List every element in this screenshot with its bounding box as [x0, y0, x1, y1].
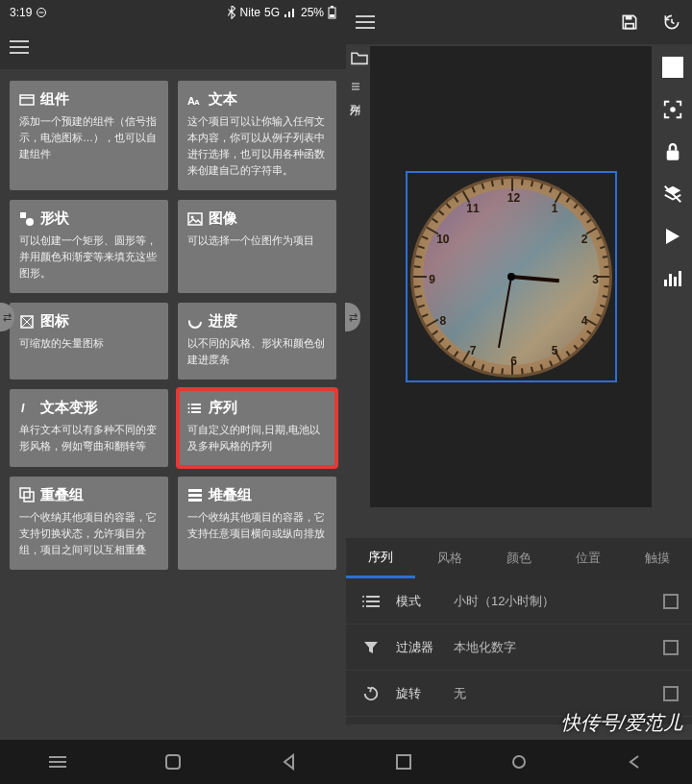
nav-menu-icon[interactable] — [47, 751, 68, 772]
svg-rect-34 — [626, 15, 632, 19]
clock-numeral: 1 — [552, 202, 558, 215]
color-swatch-icon[interactable] — [661, 56, 684, 79]
setting-value: 无 — [454, 685, 663, 702]
clock-numeral: 4 — [581, 314, 588, 328]
svg-rect-32 — [166, 755, 180, 769]
svg-rect-9 — [20, 212, 26, 218]
clock-numeral: 12 — [507, 191, 520, 205]
card-shape[interactable]: 形状 可以创建一个矩形、圆形等，并用颜色和渐变等来填充这些图形。 — [10, 200, 168, 293]
svg-point-52 — [513, 756, 525, 768]
status-net: Nite — [240, 6, 260, 19]
tab-sequence[interactable]: 序列 — [346, 538, 415, 578]
menu-icon[interactable] — [10, 40, 29, 54]
nav-back-icon[interactable] — [624, 751, 645, 772]
layers-off-icon[interactable] — [661, 183, 684, 206]
nav-home-icon[interactable] — [162, 751, 184, 772]
filter-icon — [359, 640, 383, 655]
card-title-text: 图标 — [40, 312, 69, 331]
side-sequence-tab[interactable]: 序列 — [346, 79, 365, 98]
svg-rect-39 — [667, 150, 680, 159]
svg-rect-25 — [24, 492, 34, 502]
watermark: 快传号/爱范儿 — [561, 710, 682, 736]
clock-numeral: 10 — [436, 233, 449, 246]
card-desc-text: 一个收纳其他项目的容器，它支持任意项目横向或纵向排放 — [187, 509, 327, 542]
nav-home-icon[interactable] — [508, 751, 530, 772]
card-desc-text: 可自定义的时间,日期,电池以及多种风格的序列 — [187, 422, 327, 454]
titlebar-left — [0, 25, 346, 69]
nav-recent-icon[interactable] — [393, 751, 414, 772]
checkbox[interactable] — [663, 686, 679, 701]
menu-icon[interactable] — [356, 15, 375, 29]
tab-color[interactable]: 颜色 — [484, 538, 554, 578]
progress-icon — [187, 314, 203, 330]
image-icon — [187, 211, 203, 227]
canvas[interactable]: 121234567891011 — [370, 46, 652, 507]
rotate-icon — [359, 685, 383, 702]
analog-clock[interactable]: 121234567891011 — [410, 176, 612, 378]
setting-filter[interactable]: 过滤器 本地化数字 — [346, 625, 692, 671]
status-bar: 3:19 Nite 5G 25% — [0, 0, 346, 25]
card-overlap[interactable]: 重叠组 一个收纳其他项目的容器，它支持切换状态，允许项目分组，项目之间可以互相重… — [10, 477, 168, 570]
card-desc-text: 可以创建一个矩形、圆形等，并用颜色和渐变等来填充这些图形。 — [19, 233, 159, 282]
clock-numeral: 5 — [552, 344, 558, 357]
setting-label: 旋转 — [396, 685, 454, 702]
svg-rect-44 — [679, 271, 681, 286]
equalizer-icon[interactable] — [661, 267, 684, 290]
card-component[interactable]: 组件 添加一个预建的组件（信号指示，电池图标…），也可以自建组件 — [10, 81, 168, 190]
card-title-text: 重叠组 — [40, 486, 84, 504]
svg-rect-51 — [397, 755, 410, 769]
card-title-text: 组件 — [40, 90, 69, 109]
tab-position[interactable]: 位置 — [554, 538, 623, 578]
component-grid: 组件 添加一个预建的组件（信号指示，电池图标…），也可以自建组件 AA文本 这个… — [0, 69, 346, 581]
svg-point-50 — [362, 605, 364, 607]
card-icon[interactable]: 图标 可缩放的矢量图标 — [10, 303, 168, 380]
card-desc-text: 可以选择一个位图作为项目 — [187, 233, 327, 249]
left-screenshot: 3:19 Nite 5G 25% ⇄ 组件 — [0, 0, 346, 784]
setting-label: 模式 — [396, 593, 454, 610]
property-tabs: 序列 风格 颜色 位置 触摸 — [346, 538, 692, 578]
svg-rect-11 — [188, 213, 202, 225]
tab-style[interactable]: 风格 — [415, 538, 484, 578]
svg-rect-28 — [188, 499, 202, 502]
card-sequence[interactable]: 序列 可自定义的时间,日期,电池以及多种风格的序列 — [178, 389, 336, 466]
checkbox[interactable] — [663, 640, 679, 655]
card-text[interactable]: AA文本 这个项目可以让你输入任何文本内容，你可以从例子列表中进行选择，也可以用… — [178, 81, 336, 190]
setting-mode[interactable]: 模式 小时（12小时制） — [346, 578, 692, 625]
tab-touch[interactable]: 触摸 — [623, 538, 692, 578]
play-icon[interactable] — [661, 225, 684, 248]
svg-rect-42 — [669, 274, 672, 286]
card-title-text: 文本变形 — [40, 399, 98, 417]
android-navbar-right — [346, 740, 692, 784]
box-icon — [19, 92, 35, 108]
svg-rect-5 — [20, 95, 34, 105]
card-image[interactable]: 图像 可以选择一个位图作为项目 — [178, 200, 336, 293]
clock-numeral: 2 — [581, 233, 588, 246]
card-desc-text: 可缩放的矢量图标 — [19, 335, 159, 352]
side-tab-handle[interactable]: ⇄ — [345, 303, 360, 331]
setting-label: 过滤器 — [396, 639, 454, 656]
card-desc-text: 一个收纳其他项目的容器，它支持切换状态，允许项目分组，项目之间可以互相重叠 — [19, 509, 159, 558]
history-icon[interactable] — [661, 12, 682, 33]
settings-list: 模式 小时（12小时制） 过滤器 本地化数字 旋转 无 — [346, 578, 692, 724]
checkbox[interactable] — [663, 594, 679, 609]
right-screenshot: 序列 ⇄ 121234567891011 — [346, 0, 692, 784]
svg-point-49 — [362, 600, 364, 602]
card-textmorph[interactable]: I文本变形 单行文本可以有多种不同的变形风格，例如弯曲和翻转等 — [10, 389, 168, 466]
card-stack[interactable]: 堆叠组 一个收纳其他项目的容器，它支持任意项目横向或纵向排放 — [178, 477, 336, 570]
focus-icon[interactable] — [661, 98, 684, 121]
textmorph-icon: I — [19, 401, 35, 416]
status-time: 3:19 — [10, 6, 32, 19]
nav-back-icon[interactable] — [278, 751, 299, 772]
clock-numeral: 9 — [429, 273, 435, 286]
card-progress[interactable]: 进度 以不同的风格、形状和颜色创建进度条 — [178, 303, 336, 380]
svg-point-16 — [189, 316, 201, 328]
bluetooth-icon — [227, 6, 236, 19]
lock-icon[interactable] — [661, 140, 684, 163]
titlebar-right — [346, 0, 692, 44]
svg-point-22 — [188, 407, 190, 409]
selection-box[interactable]: 121234567891011 — [406, 171, 617, 382]
folder-icon[interactable] — [350, 50, 369, 65]
font-icon: AA — [187, 92, 203, 108]
save-icon[interactable] — [619, 12, 640, 33]
svg-point-38 — [670, 107, 676, 112]
